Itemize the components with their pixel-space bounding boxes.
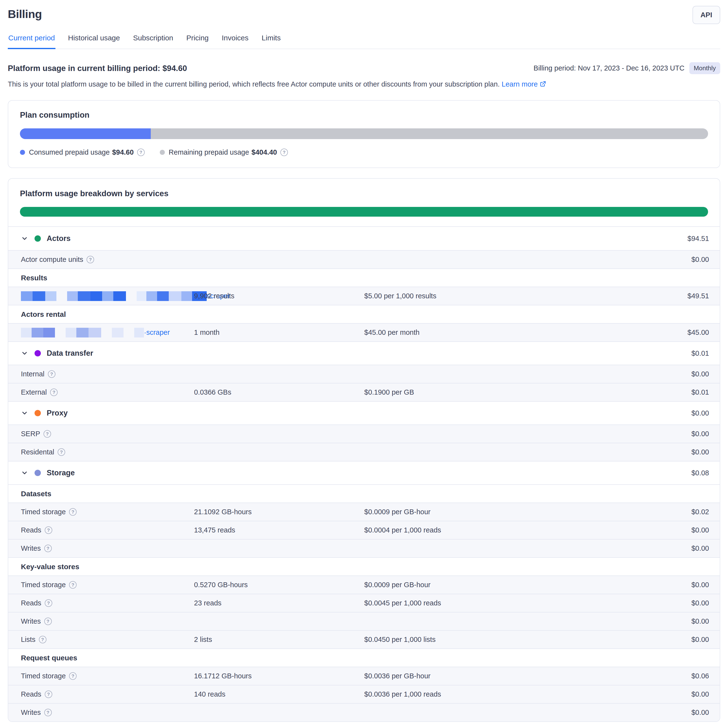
row-unit-price: $0.0004 per 1,000 reads bbox=[364, 526, 691, 534]
help-icon[interactable]: ? bbox=[69, 672, 76, 680]
row-unit-price: $0.0036 per GB-hour bbox=[364, 672, 691, 680]
service-color-dot bbox=[35, 410, 41, 416]
row-external-label: External? bbox=[21, 388, 194, 396]
row-amount: $0.00 bbox=[691, 709, 709, 717]
blur-block bbox=[134, 328, 144, 338]
external-link-icon bbox=[540, 80, 546, 90]
help-icon[interactable]: ? bbox=[137, 148, 145, 156]
row-rq-writes: Writes?$0.00 bbox=[8, 703, 720, 721]
service-name: Actors bbox=[47, 234, 70, 243]
tab-current-period[interactable]: Current period bbox=[8, 31, 55, 49]
help-icon[interactable]: ? bbox=[44, 709, 52, 716]
row-label-text: Timed storage bbox=[21, 672, 66, 680]
help-icon[interactable]: ? bbox=[44, 545, 52, 552]
remaining-label: Remaining prepaid usage bbox=[169, 148, 249, 156]
row-kv-reads: Reads?23 reads$0.0045 per 1,000 reads$0.… bbox=[8, 594, 720, 612]
row-amount: $0.08 bbox=[691, 469, 709, 477]
row-label-text: Reads bbox=[21, 690, 41, 698]
redacted-actor-name bbox=[67, 291, 126, 301]
blur-block bbox=[43, 328, 55, 338]
tab-invoices[interactable]: Invoices bbox=[221, 31, 249, 49]
row-datasets-reads: Reads?13,475 reads$0.0004 per 1,000 read… bbox=[8, 521, 720, 539]
row-rq-writes-label: Writes? bbox=[21, 709, 194, 717]
row-rental-scraper: ·scraper1 month$45.00 per month$45.00 bbox=[8, 323, 720, 341]
row-label-text: Actor compute units bbox=[21, 255, 83, 264]
help-icon[interactable]: ? bbox=[50, 388, 58, 396]
help-icon[interactable]: ? bbox=[87, 256, 94, 263]
plan-consumption-card: Plan consumption Consumed prepaid usage … bbox=[8, 100, 720, 168]
help-icon[interactable]: ? bbox=[44, 430, 51, 438]
blur-block bbox=[181, 291, 192, 301]
row-label-text: External bbox=[21, 388, 47, 396]
breakdown-title: Platform usage breakdown by services bbox=[20, 189, 708, 198]
row-datasets-writes-label: Writes? bbox=[21, 544, 194, 552]
row-amount: $0.00 bbox=[691, 617, 709, 625]
row-unit-price: $0.0450 per 1,000 lists bbox=[364, 636, 691, 643]
row-label-text: SERP bbox=[21, 430, 40, 438]
row-datasets-reads-label: Reads? bbox=[21, 526, 194, 534]
service-name: Proxy bbox=[47, 409, 67, 417]
row-label-text: Request queues bbox=[21, 654, 77, 662]
row-key-value-stores-header-label: Key-value stores bbox=[21, 562, 194, 571]
row-unit-price: $0.0009 per GB-hour bbox=[364, 581, 691, 589]
blur-block bbox=[90, 291, 102, 301]
service-name: Data transfer bbox=[47, 349, 93, 358]
row-amount: $0.00 bbox=[691, 448, 709, 456]
row-amount: $0.00 bbox=[691, 255, 709, 264]
consumed-dot bbox=[20, 150, 25, 155]
chevron-down-icon bbox=[21, 469, 28, 477]
row-label-text: Lists bbox=[21, 636, 35, 643]
help-icon[interactable]: ? bbox=[69, 508, 76, 516]
blur-block bbox=[21, 328, 32, 338]
row-proxy-label: Proxy bbox=[21, 409, 194, 417]
actor-link[interactable]: ·scraper bbox=[144, 329, 170, 336]
row-actor-compute-units-label: Actor compute units? bbox=[21, 255, 194, 264]
row-amount: $49.51 bbox=[687, 292, 709, 300]
help-icon[interactable]: ? bbox=[58, 448, 65, 456]
row-proxy[interactable]: Proxy$0.00 bbox=[8, 401, 720, 425]
tab-historical-usage[interactable]: Historical usage bbox=[67, 31, 120, 49]
billing-cycle-badge: Monthly bbox=[689, 62, 720, 74]
row-kv-reads-label: Reads? bbox=[21, 599, 194, 607]
row-kv-writes-label: Writes? bbox=[21, 617, 194, 625]
row-data-transfer[interactable]: Data transfer$0.01 bbox=[8, 341, 720, 365]
breakdown-card: Platform usage breakdown by services Act… bbox=[8, 178, 720, 722]
row-serp-label: SERP? bbox=[21, 430, 194, 438]
consumed-value: $94.60 bbox=[112, 148, 134, 156]
blur-block bbox=[66, 328, 76, 338]
row-actors[interactable]: Actors$94.51 bbox=[8, 227, 720, 250]
row-storage[interactable]: Storage$0.08 bbox=[8, 461, 720, 485]
consumed-label: Consumed prepaid usage bbox=[29, 148, 110, 156]
tab-limits[interactable]: Limits bbox=[261, 31, 281, 49]
row-amount: $0.00 bbox=[691, 430, 709, 438]
blur-block bbox=[78, 291, 90, 301]
row-unit-price: $0.1900 per GB bbox=[364, 388, 691, 396]
tab-subscription[interactable]: Subscription bbox=[133, 31, 174, 49]
usage-description-text: This is your total platform usage to be … bbox=[8, 80, 500, 88]
help-icon[interactable]: ? bbox=[44, 617, 52, 625]
chevron-down-icon bbox=[21, 350, 28, 357]
row-rental-scraper-label: ·scraper bbox=[21, 328, 194, 338]
row-unit-price: $0.0045 per 1,000 reads bbox=[364, 599, 691, 607]
row-label-text: Internal bbox=[21, 370, 44, 378]
row-label-text: Writes bbox=[21, 617, 41, 625]
api-button[interactable]: API bbox=[693, 6, 720, 24]
help-icon[interactable]: ? bbox=[45, 599, 52, 607]
help-icon[interactable]: ? bbox=[48, 370, 55, 378]
row-key-value-stores-header: Key-value stores bbox=[8, 557, 720, 576]
chevron-down-icon bbox=[21, 235, 28, 242]
learn-more-link[interactable]: Learn more bbox=[502, 80, 546, 88]
row-amount: $0.00 bbox=[691, 636, 709, 643]
row-quantity: 9,902 results bbox=[194, 292, 364, 300]
help-icon[interactable]: ? bbox=[69, 581, 76, 588]
help-icon[interactable]: ? bbox=[45, 526, 52, 534]
help-icon[interactable]: ? bbox=[45, 691, 52, 698]
tab-pricing[interactable]: Pricing bbox=[186, 31, 209, 49]
blur-block bbox=[89, 328, 101, 338]
row-rq-reads: Reads?140 reads$0.0036 per 1,000 reads$0… bbox=[8, 685, 720, 703]
help-icon[interactable]: ? bbox=[280, 148, 288, 156]
help-icon[interactable]: ? bbox=[39, 636, 46, 643]
blur-block bbox=[113, 291, 126, 301]
row-quantity: 2 lists bbox=[194, 636, 364, 643]
row-amount: $0.00 bbox=[691, 526, 709, 534]
